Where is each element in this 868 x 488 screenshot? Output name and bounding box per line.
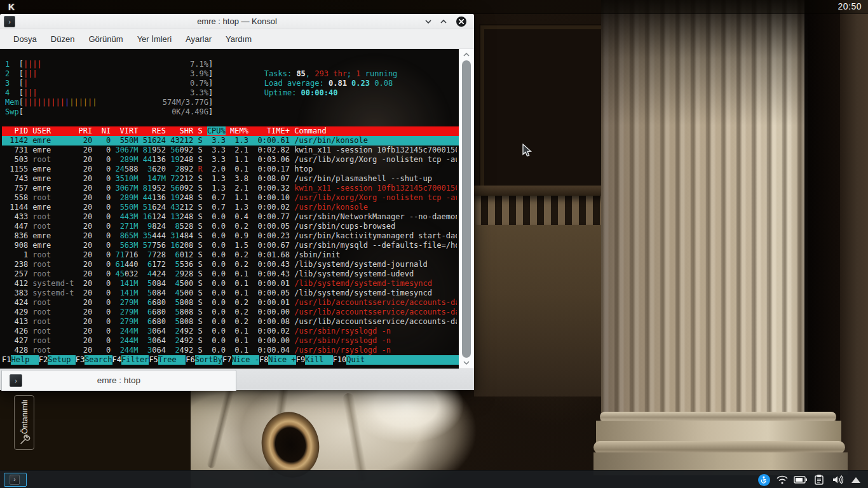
- titlebar[interactable]: › emre : htop — Konsol: [0, 14, 474, 29]
- process-row-908[interactable]: 908 emre 20 0 563M 57756 16208 S 0.0 1.5…: [5, 241, 457, 250]
- menu-item-yer-i̇mleri[interactable]: Yer İmleri: [130, 32, 179, 46]
- process-row-558[interactable]: 558 root 20 0 289M 44136 19248 S 0.7 1.1…: [5, 193, 457, 203]
- fkey-kill-label[interactable]: Kill: [305, 355, 332, 365]
- fkey-help-label[interactable]: Help: [11, 355, 38, 365]
- close-button[interactable]: [456, 17, 466, 27]
- konsole-icon: ›: [10, 475, 20, 485]
- htop-tasks-line: Tasks: 85, 293 thr; 1 running: [227, 60, 397, 69]
- konsole-window: › emre : htop — Konsol DosyaDüzenGörünüm…: [0, 14, 474, 390]
- maximize-button[interactable]: [438, 17, 449, 27]
- fkey-filter-key[interactable]: F4: [112, 355, 121, 365]
- process-row-413[interactable]: 413 root 20 0 279M 6680 5808 S 0.0 0.2 0…: [5, 317, 457, 327]
- fkey-nice-label[interactable]: Nice +: [268, 355, 295, 365]
- process-row-429[interactable]: 429 root 20 0 279M 6680 5808 S 0.0 0.2 0…: [5, 308, 457, 317]
- fkey-search-key[interactable]: F3: [76, 355, 85, 365]
- process-row-427[interactable]: 427 root 20 0 244M 3064 2492 S 0.0 0.1 0…: [5, 336, 457, 346]
- window-title: emre : htop — Konsol: [0, 17, 474, 26]
- tab-bar: › emre : htop: [0, 369, 474, 390]
- panel-expand-icon[interactable]: [849, 473, 863, 487]
- fkey-sortby-key[interactable]: F6: [186, 355, 194, 365]
- process-row-1142[interactable]: 1142 emre 20 0 550M 51624 43212 S 3.3 1.…: [2, 136, 459, 146]
- menu-item-ayarlar[interactable]: Ayarlar: [179, 32, 219, 46]
- fkey-quit-label[interactable]: Quit: [346, 355, 374, 365]
- process-row-1155[interactable]: 1155 emre 20 0 24588 3620 2892 R 2.0 0.1…: [5, 165, 457, 174]
- clock[interactable]: 20:50: [837, 1, 862, 11]
- mouse-cursor: [522, 144, 532, 158]
- wifi-icon[interactable]: [775, 473, 789, 487]
- taskbar: ›: [0, 470, 868, 488]
- taskbar-item-konsole[interactable]: ›: [4, 473, 27, 487]
- chevron-up-icon: [438, 17, 449, 27]
- fkey-nice-label[interactable]: Nice -: [232, 355, 259, 365]
- process-row-424[interactable]: 424 root 20 0 279M 6680 5808 S 0.0 0.2 0…: [5, 298, 457, 308]
- desktop-toolbox[interactable]: Öntanımlı: [14, 395, 34, 450]
- process-row-426[interactable]: 426 root 20 0 244M 3064 2492 S 0.0 0.1 0…: [5, 327, 457, 336]
- process-row-743[interactable]: 743 emre 20 0 3510M 147M 72212 S 1.3 3.8…: [5, 174, 457, 184]
- menu-item-görünüm[interactable]: Görünüm: [81, 32, 130, 46]
- process-row-1144[interactable]: 1144 emre 20 0 550M 51624 43212 S 0.7 1.…: [5, 203, 457, 212]
- kde-logo-icon[interactable]: K: [6, 1, 17, 13]
- tab-label: emre : htop: [2, 376, 236, 385]
- fkey-nice-key[interactable]: F7: [222, 355, 231, 365]
- fkey-search-label[interactable]: Search: [85, 355, 112, 365]
- fkey-sortby-label[interactable]: SortBy: [195, 355, 222, 365]
- memory-meter: Mem[||||||||||||||||574M/3.77G]: [5, 98, 213, 107]
- process-row-257[interactable]: 257 root 20 0 45032 4424 2928 S 0.0 0.1 …: [5, 269, 457, 279]
- process-row-433[interactable]: 433 root 20 0 443M 16124 13248 S 0.0 0.4…: [5, 212, 457, 222]
- htop-uptime-line: Uptime: 00:00:40: [227, 79, 337, 88]
- menu-item-yardım[interactable]: Yardım: [219, 32, 259, 46]
- fkey-tree-label[interactable]: Tree: [158, 355, 186, 365]
- fkey-quit-key[interactable]: F10: [333, 355, 347, 365]
- accessibility-icon[interactable]: [757, 473, 771, 487]
- fkey-kill-key[interactable]: F9: [296, 355, 305, 365]
- cpu-meter-2: 2 [|||3.9%]: [5, 69, 213, 79]
- scroll-down-icon: [463, 360, 470, 365]
- swap-meter: Swp[0K/4.49G]: [5, 107, 213, 117]
- process-row-757[interactable]: 757 emre 20 0 3067M 81952 56092 S 1.3 2.…: [5, 184, 457, 193]
- process-row-383[interactable]: 383 systemd-t 20 0 141M 5084 4500 S 0.0 …: [5, 288, 457, 298]
- volume-icon[interactable]: [831, 473, 844, 487]
- process-row-428[interactable]: 428 root 20 0 244M 3064 2492 S 0.0 0.1 0…: [5, 346, 457, 355]
- fkey-nice-key[interactable]: F8: [259, 355, 268, 365]
- process-row-1[interactable]: 1 root 20 0 71716 7728 6012 S 0.0 0.2 0:…: [5, 250, 457, 260]
- close-icon: [459, 19, 464, 24]
- wallpaper-column-base: [593, 412, 848, 475]
- scrollbar-thumb[interactable]: [462, 60, 471, 358]
- fkey-tree-key[interactable]: F5: [149, 355, 158, 365]
- fkey-setup-key[interactable]: F2: [39, 355, 48, 365]
- process-row-836[interactable]: 836 emre 20 0 865M 35444 31484 S 0.0 0.9…: [5, 231, 457, 241]
- menu-item-düzen[interactable]: Düzen: [44, 32, 82, 46]
- process-table-header[interactable]: PID USER PRI NI VIRT RES SHR S CPU% MEM%…: [2, 126, 459, 136]
- cpu-meter-3: 3 [|0.7%]: [5, 79, 213, 88]
- process-row-412[interactable]: 412 systemd-t 20 0 141M 5084 4500 S 0.0 …: [5, 279, 457, 288]
- system-tray: [757, 471, 863, 488]
- terminal[interactable]: 1 [||||7.1%]2 [|||3.9%]3 [|0.7%]4 [|||3.…: [0, 49, 459, 369]
- top-panel: K 20:50: [0, 0, 868, 14]
- process-row-447[interactable]: 447 root 20 0 271M 9824 8528 S 0.0 0.2 0…: [5, 222, 457, 231]
- function-key-bar: F1HelpF2SetupF3SearchF4FilterF5TreeF6Sor…: [2, 355, 459, 365]
- fkey-setup-label[interactable]: Setup: [48, 355, 75, 365]
- menu-item-dosya[interactable]: Dosya: [6, 32, 44, 46]
- fkey-filter-label[interactable]: Filter: [121, 355, 149, 365]
- wallpaper-column: [601, 0, 808, 419]
- fkey-help-key[interactable]: F1: [2, 355, 11, 365]
- clipboard-icon[interactable]: [812, 473, 826, 487]
- tab-emre-htop[interactable]: › emre : htop: [1, 370, 236, 391]
- cpu-meter-1: 1 [||||7.1%]: [5, 60, 213, 69]
- desktop: K 20:50 › emre : htop — Konsol DosyaDüze…: [0, 0, 868, 488]
- chevron-down-icon: [423, 17, 433, 27]
- menu-bar: DosyaDüzenGörünümYer İmleriAyarlarYardım: [0, 29, 474, 49]
- minimize-button[interactable]: [423, 17, 433, 27]
- cpu-meter-4: 4 [|||3.3%]: [5, 88, 213, 98]
- battery-icon[interactable]: [794, 473, 808, 487]
- scroll-up-icon: [463, 52, 470, 57]
- htop-load-line: Load average: 0.81 0.23 0.08: [227, 69, 393, 79]
- wrench-icon: [19, 434, 31, 445]
- process-row-731[interactable]: 731 emre 20 0 3067M 81952 56092 S 3.3 2.…: [5, 146, 457, 155]
- scrollbar[interactable]: [459, 49, 474, 369]
- process-row-238[interactable]: 238 root 20 0 61440 6172 5536 S 0.0 0.2 …: [5, 260, 457, 269]
- process-row-503[interactable]: 503 root 20 0 289M 44136 19248 S 3.3 1.1…: [5, 155, 457, 165]
